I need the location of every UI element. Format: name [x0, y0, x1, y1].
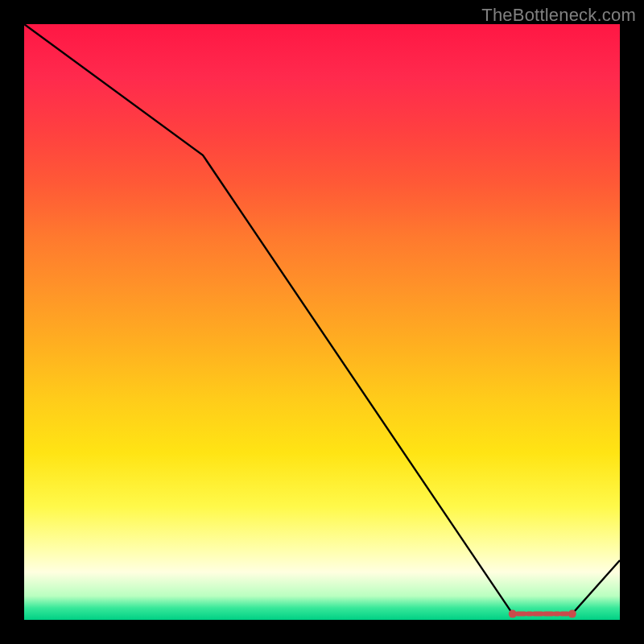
watermark-text: TheBottleneck.com	[481, 5, 636, 26]
chart-line	[24, 24, 620, 614]
chart-overlay	[24, 24, 620, 620]
chart-highlight-region	[509, 610, 576, 618]
